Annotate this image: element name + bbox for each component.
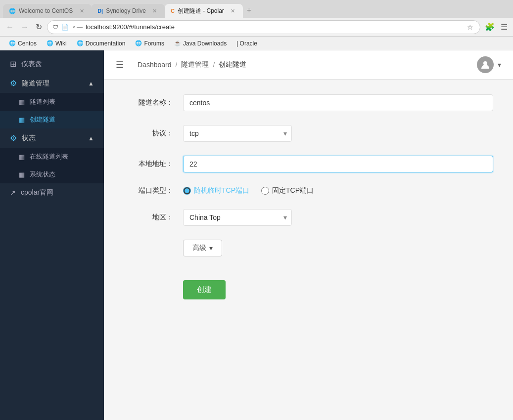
region-select-wrap: China Top China US EU ▾	[183, 209, 292, 226]
protocol-select[interactable]: tcp http https udp	[183, 125, 292, 142]
tab-cpolar-close[interactable]: ✕	[229, 7, 237, 15]
radio-fixed-label[interactable]: 固定TCP端口	[261, 186, 314, 195]
tab-centos-icon: 🌐	[9, 8, 16, 14]
bookmark-wiki[interactable]: 🌐 Wiki	[43, 39, 71, 48]
sidebar-section-tunnel-left: ⚙ 隧道管理	[10, 79, 49, 88]
form-area: 隧道名称： 协议： tcp http https udp	[104, 80, 513, 314]
new-tab-button[interactable]: +	[243, 4, 255, 17]
tunnel-mgmt-icon: ⚙	[10, 79, 17, 88]
status-icon: ⚙	[10, 133, 17, 143]
radio-random-input[interactable]	[183, 187, 191, 195]
bookmark-documentation[interactable]: 🌐 Documentation	[73, 39, 130, 48]
advanced-button[interactable]: 高级 ▾	[183, 240, 222, 256]
address-bar-container: 🛡 📄 ⚬— ☆	[47, 20, 480, 34]
sidebar-child-system-status[interactable]: ▦ 系统状态	[0, 166, 104, 183]
bookmark-oracle[interactable]: | Oracle	[233, 39, 261, 48]
external-link-icon: ↗	[10, 189, 16, 197]
bookmark-wiki-label: Wiki	[55, 40, 67, 47]
port-type-control: 随机临时TCP端口 固定TCP端口	[183, 186, 493, 195]
form-row-port-type: 端口类型： 随机临时TCP端口 固定TCP端口	[124, 186, 493, 195]
reload-button[interactable]: ↻	[34, 20, 44, 34]
region-select[interactable]: China Top China US EU	[183, 209, 292, 226]
tab-centos-close[interactable]: ✕	[78, 7, 86, 15]
tunnel-mgmt-chevron: ▲	[88, 80, 94, 87]
main-layout: ⊞ 仪表盘 ⚙ 隧道管理 ▲ ▦ 隧道列表 ▦ 创建隧道	[0, 50, 513, 420]
address-input[interactable]	[86, 23, 463, 31]
sidebar-tunnel-list-label: 隧道列表	[30, 97, 55, 106]
menu-toggle-icon[interactable]: ☰	[116, 59, 124, 70]
breadcrumb-dashboard[interactable]: Dashboard	[138, 61, 172, 69]
tunnel-name-label: 隧道名称：	[124, 98, 173, 107]
bookmark-doc-icon: 🌐	[77, 40, 84, 46]
tab-centos-label: Welcome to CentOS	[19, 7, 73, 14]
radio-fixed-input[interactable]	[261, 187, 269, 195]
sidebar: ⊞ 仪表盘 ⚙ 隧道管理 ▲ ▦ 隧道列表 ▦ 创建隧道	[0, 50, 104, 420]
local-address-input[interactable]	[183, 156, 493, 172]
sidebar-status-children: ▦ 在线隧道列表 ▦ 系统状态	[0, 148, 104, 183]
browser-controls: ← → ↻ 🛡 📄 ⚬— ☆ 🧩 ☰	[0, 18, 513, 37]
content-area: ☰ Dashboard / 隧道管理 / 创建隧道 ▾	[104, 50, 513, 420]
privacy-icon: 🛡	[52, 24, 58, 31]
advanced-caret-icon: ▾	[209, 244, 213, 252]
sidebar-child-tunnel-list[interactable]: ▦ 隧道列表	[0, 93, 104, 111]
submit-label: 创建	[197, 285, 212, 294]
local-address-label: 本地地址：	[124, 160, 173, 168]
bookmark-centos-icon: 🌐	[9, 40, 16, 46]
browser-chrome: 🌐 Welcome to CentOS ✕ D| Synology Drive …	[0, 0, 513, 50]
page-icon: 📄	[61, 24, 69, 31]
port-type-label: 端口类型：	[124, 186, 173, 195]
bookmark-wiki-icon: 🌐	[47, 40, 53, 46]
tunnel-name-control	[183, 94, 493, 111]
sidebar-tunnel-children: ▦ 隧道列表 ▦ 创建隧道	[0, 93, 104, 128]
forward-button[interactable]: →	[19, 21, 31, 34]
header-right: ▾	[477, 56, 501, 73]
bookmark-star-button[interactable]: ☆	[466, 22, 475, 33]
tab-synology-label: Synology Drive	[106, 7, 146, 14]
region-control: China Top China US EU ▾	[183, 209, 493, 226]
tab-centos[interactable]: 🌐 Welcome to CentOS ✕	[3, 4, 92, 18]
sidebar-dashboard-label: 仪表盘	[21, 60, 42, 69]
bookmark-documentation-label: Documentation	[86, 40, 126, 47]
tab-synology-close[interactable]: ✕	[151, 7, 159, 15]
header-left: ☰ Dashboard / 隧道管理 / 创建隧道	[116, 59, 246, 70]
tab-synology[interactable]: D| Synology Drive ✕	[92, 4, 165, 18]
tab-cpolar[interactable]: C 创建隧道 - Cpolar ✕	[165, 4, 243, 18]
bookmark-java-icon: ☕	[174, 40, 181, 46]
breadcrumb-sep-2: /	[213, 61, 215, 69]
sidebar-item-dashboard[interactable]: ⊞ 仪表盘	[0, 54, 104, 74]
bookmark-forums[interactable]: 🌐 Forums	[131, 39, 168, 48]
dashboard-icon: ⊞	[10, 59, 16, 69]
sidebar-section-status[interactable]: ⚙ 状态 ▲	[0, 128, 104, 148]
sidebar-item-cpolar[interactable]: ↗ cpolar官网	[0, 183, 104, 202]
breadcrumb-sep-1: /	[176, 61, 178, 69]
tunnel-name-input[interactable]	[183, 94, 493, 111]
bookmark-java-label: Java Downloads	[183, 40, 227, 47]
avatar-caret-icon[interactable]: ▾	[498, 61, 501, 69]
back-button[interactable]: ←	[4, 21, 16, 34]
tab-cpolar-label: 创建隧道 - Cpolar	[178, 7, 224, 15]
tunnel-list-icon: ▦	[19, 98, 25, 106]
advanced-row: 高级 ▾	[124, 240, 493, 256]
breadcrumb-tunnel-mgmt[interactable]: 隧道管理	[181, 60, 209, 69]
sidebar-nav: ⊞ 仪表盘 ⚙ 隧道管理 ▲ ▦ 隧道列表 ▦ 创建隧道	[0, 50, 104, 420]
sidebar-tunnel-mgmt-label: 隧道管理	[22, 79, 49, 88]
extensions-button[interactable]: 🧩	[483, 21, 496, 33]
form-row-protocol: 协议： tcp http https udp ▾	[124, 125, 493, 142]
user-avatar[interactable]	[477, 56, 494, 73]
radio-fixed-text: 固定TCP端口	[272, 186, 314, 195]
local-address-control	[183, 156, 493, 172]
bookmark-java[interactable]: ☕ Java Downloads	[170, 39, 231, 48]
sidebar-section-tunnel[interactable]: ⚙ 隧道管理 ▲	[0, 74, 104, 93]
sidebar-child-online-tunnels[interactable]: ▦ 在线隧道列表	[0, 148, 104, 166]
form-row-tunnel-name: 隧道名称：	[124, 94, 493, 111]
sidebar-online-tunnels-label: 在线隧道列表	[30, 152, 68, 161]
radio-random-text: 随机临时TCP端口	[194, 186, 249, 195]
bookmark-centos[interactable]: 🌐 Centos	[5, 39, 41, 48]
menu-button[interactable]: ☰	[499, 21, 509, 33]
radio-random-label[interactable]: 随机临时TCP端口	[183, 186, 249, 195]
region-label: 地区：	[124, 213, 173, 222]
submit-button[interactable]: 创建	[183, 280, 226, 299]
tab-bar: 🌐 Welcome to CentOS ✕ D| Synology Drive …	[0, 0, 513, 18]
sidebar-child-create-tunnel[interactable]: ▦ 创建隧道	[0, 111, 104, 128]
sidebar-create-tunnel-label: 创建隧道	[30, 115, 55, 124]
